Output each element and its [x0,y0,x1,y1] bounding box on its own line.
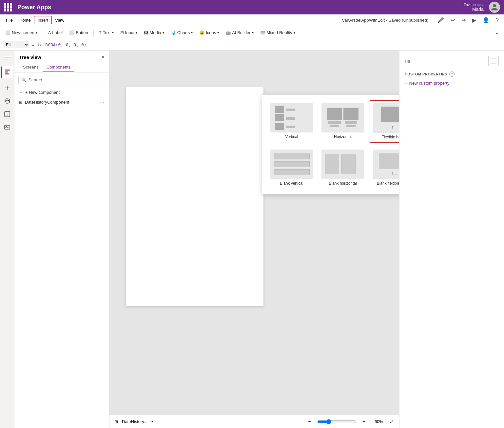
tab-screens[interactable]: Screens [19,63,43,72]
zoom-slider[interactable] [317,419,357,424]
user-avatar[interactable] [489,2,500,13]
text-chevron: ▾ [112,31,114,34]
media-sidebar-icon-btn[interactable] [1,121,13,133]
zoom-plus-button[interactable]: + [360,419,367,425]
component-item-left: ⊞ DateHistoryComponent [19,100,69,105]
component-more-button[interactable]: ⋯ [99,99,105,105]
blank-flexible-height-preview: ↑ ↓ [373,150,399,179]
status-chevron[interactable]: ▾ [151,420,153,423]
play-icon[interactable]: ▶ [470,16,479,25]
layout-flexible-height[interactable]: ↑ ↓ Flexible height [370,100,399,143]
tab-components[interactable]: Components [43,63,75,72]
top-bar: Power Apps Environment Maria [0,0,504,14]
component-icon-status: ⊞ [115,419,118,424]
microphone-icon[interactable]: 🎤 [435,16,447,25]
app-grid-icon[interactable] [4,3,12,11]
expand-icon[interactable]: ⤢ [390,418,394,425]
fill-property-row: Fill [405,56,499,66]
media-button[interactable]: 🖼 Media ▾ [141,29,166,36]
add-icon-btn[interactable] [1,82,13,94]
search-icon: 🔍 [21,77,27,82]
component-name: DateHistoryComponent [25,100,69,105]
toolbar: ⬜ New screen ▾ A Label ⬜ Button T Text ▾… [0,26,504,39]
mixed-reality-chevron: ▾ [294,31,295,34]
new-custom-property-button[interactable]: + New custom property [405,81,499,86]
menu-right: VanArsdelAppWithEdit - Saved (Unpublishe… [342,16,501,25]
variables-icon-btn[interactable]: fx [1,108,13,120]
properties-panel: Fill CUSTOM PROPERTIES ? + New custom pr… [399,51,504,428]
formula-value[interactable]: RGBA(0, 0, 0, 0) [45,42,86,47]
info-icon[interactable]: ? [449,71,455,77]
mixed-reality-button[interactable]: 🥽 Mixed Reality ▾ [258,29,298,36]
color-swatch-icon [490,58,497,64]
component-icon: ⊞ [19,100,22,105]
layout-blank-vertical[interactable]: Blank vertical [267,147,316,189]
input-label: Input [125,30,135,35]
fill-property-label: Fill [405,59,410,64]
toolbar-separator-2 [93,29,94,37]
tree-panel: Tree view × Screens Components 🔍 ＋ + New… [14,51,109,428]
horizontal-label: Horizontal [334,134,352,139]
text-label: Text [103,30,111,35]
new-component-button[interactable]: ＋ + New component [14,87,109,97]
vertical-preview [270,103,313,132]
zoom-value: 60% [371,419,383,424]
fill-color-button[interactable] [488,56,499,66]
search-input[interactable] [29,77,102,82]
menu-home[interactable]: Home [16,16,34,24]
main-layout: fx Tree view × Screens Components 🔍 ＋ + … [0,51,504,428]
menu-file[interactable]: File [3,16,16,24]
new-screen-dropdown: Vertical [262,94,399,194]
button-button[interactable]: ⬜ Button [67,29,91,36]
zoom-minus-button[interactable]: − [306,419,313,425]
ai-builder-label: AI Builder [232,30,250,35]
new-screen-button[interactable]: ⬜ New screen ▾ [3,29,40,36]
tree-title: Tree view [19,54,41,60]
tree-close-button[interactable]: × [101,54,105,61]
equals-sign: = [31,42,34,48]
flexible-height-label: Flexible height [381,135,399,139]
toolbar-separator-1 [43,29,43,37]
new-screen-label: New screen [12,30,34,35]
date-history-component-item[interactable]: ⊞ DateHistoryComponent ⋯ [14,97,109,107]
menu-insert[interactable]: Insert [34,16,52,24]
undo-icon[interactable]: ↩ [448,16,457,25]
tree-tabs: Screens Components [14,63,109,72]
blank-horizontal-preview [321,150,364,179]
input-button[interactable]: ⊞ Input ▾ [118,29,140,36]
tree-header: Tree view × [14,51,109,63]
layout-blank-horizontal[interactable]: Blank horizontal [319,147,367,189]
blank-vertical-label: Blank vertical [280,181,303,186]
new-custom-prop-label: New custom property [409,81,450,86]
media-chevron: ▾ [163,31,164,34]
data-icon-btn[interactable] [1,95,13,107]
property-select[interactable]: Fill [3,41,29,48]
text-button[interactable]: T Text ▾ [96,29,116,36]
label-icon: A [48,30,51,35]
ai-builder-button[interactable]: 🤖 AI Builder ▾ [223,29,256,36]
layout-options-grid: Vertical [267,100,399,189]
icons-label: Icons [206,30,216,35]
ai-builder-icon: 🤖 [225,30,231,35]
menu-view[interactable]: View [52,16,68,24]
layout-blank-flexible-height[interactable]: ↑ ↓ Blank flexible height [370,147,399,189]
charts-button[interactable]: 📊 Charts ▾ [168,29,195,36]
help-icon[interactable]: ? [493,16,501,25]
svg-rect-1 [4,59,10,59]
more-button[interactable]: ⌄ [493,29,501,36]
treeview-icon-btn[interactable] [1,66,13,78]
account-icon[interactable]: 👤 [480,16,492,25]
icons-button[interactable]: 😀 Icons ▾ [197,29,222,36]
status-bar: ⊞ DateHistory... ▾ − + 60% ⤢ [109,415,399,428]
label-button[interactable]: A Label [46,29,65,36]
redo-icon[interactable]: ↪ [459,16,468,25]
sidebar-icons: fx [0,51,14,428]
environment-name: Maria [463,7,484,12]
hamburger-icon-btn[interactable] [1,53,13,65]
canvas-area[interactable]: Vertical [109,51,399,428]
layout-vertical[interactable]: Vertical [267,100,316,143]
ai-builder-chevron: ▾ [252,31,254,34]
layout-horizontal[interactable]: Horizontal [319,100,367,143]
app-title: Power Apps [17,4,51,11]
more-chevron-icon: ⌄ [495,30,499,35]
